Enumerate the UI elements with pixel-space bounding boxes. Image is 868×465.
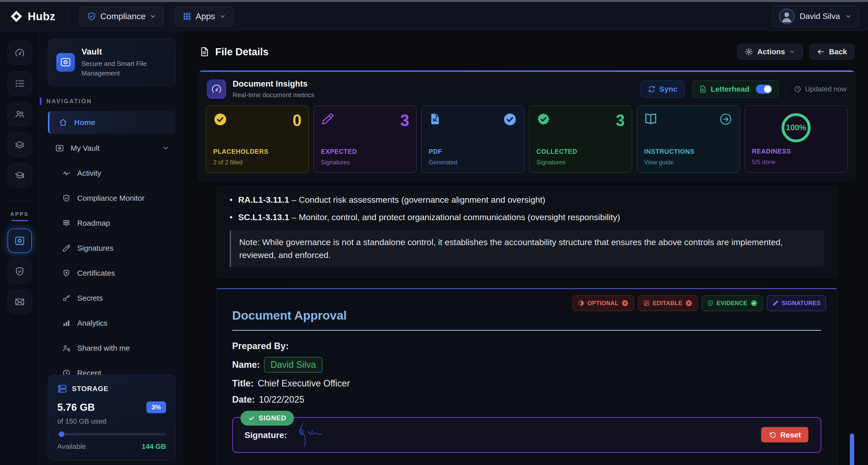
badge-optional[interactable]: OPTIONAL — [572, 295, 634, 311]
x-circle-icon — [621, 300, 628, 307]
badge-editable[interactable]: EDITABLE — [638, 295, 698, 311]
badge-label: EVIDENCE — [717, 300, 747, 307]
check-circle-icon — [503, 112, 517, 126]
reset-signature-button[interactable]: Reset — [761, 427, 809, 443]
sidebar-item-certificates[interactable]: Certificates — [48, 263, 175, 284]
sidebar-item-label: Roadmap — [77, 219, 110, 228]
rail-learning-button[interactable] — [7, 163, 32, 187]
arrow-left-icon — [817, 48, 825, 56]
icon-rail: APPS — [0, 31, 39, 465]
sync-button[interactable]: Sync — [641, 81, 685, 98]
sidebar-item-analytics[interactable]: Analytics — [48, 313, 175, 334]
hubz-logo-icon — [9, 9, 23, 23]
updated-label: Updated now — [805, 85, 846, 93]
badge-label: EDITABLE — [653, 300, 682, 307]
control-text: – Monitor, control, and protect organiza… — [289, 212, 620, 222]
sidebar-item-secrets[interactable]: Secrets — [48, 288, 175, 309]
signature-drawing — [294, 422, 337, 448]
badge-label: SIGNATURES — [782, 300, 820, 307]
actions-button[interactable]: Actions — [737, 44, 803, 60]
metric-sub: Generated — [429, 159, 517, 166]
rail-apps-underline — [11, 220, 28, 221]
x-circle-icon — [685, 300, 692, 307]
vertical-scrollbar-thumb[interactable] — [850, 433, 854, 465]
chevron-down-icon — [219, 13, 226, 20]
grid-apps-icon — [182, 12, 191, 21]
metric-card-readiness[interactable]: 100% READINESS 5/5 done — [745, 106, 847, 173]
metric-sub: Signatures — [536, 159, 625, 166]
rail-mail-button[interactable] — [7, 290, 32, 314]
sidebar: Vault Secure and Smart File Management N… — [39, 31, 183, 465]
apps-menu-button[interactable]: Apps — [175, 6, 234, 27]
sidebar-item-shared-with-me[interactable]: Shared with me — [48, 338, 175, 359]
control-text: – Conduct risk assessments (governance a… — [289, 195, 545, 204]
list-item: • RA.L1-3.11.1 – Conduct risk assessment… — [229, 193, 824, 206]
bullet-icon: • — [229, 211, 232, 224]
sidebar-item-roadmap[interactable]: Roadmap — [48, 212, 175, 234]
sidebar-item-label: My Vault — [71, 144, 99, 152]
main-content: File Details Actions Back — [183, 31, 868, 465]
name-label: Name: — [232, 359, 260, 370]
readiness-ring: 100% — [781, 112, 811, 143]
prepared-by-label: Prepared By: — [232, 341, 289, 351]
metric-card-expected[interactable]: 3 EXPECTED Signatures — [314, 106, 416, 173]
rail-dashboard-button[interactable] — [7, 41, 32, 65]
metric-card-pdf[interactable]: PDF Generated — [422, 106, 524, 173]
bar-chart-icon — [62, 319, 71, 327]
metric-card-collected[interactable]: 3 COLLECTED Signatures — [529, 106, 632, 173]
avatar — [779, 8, 795, 24]
rail-apps-label: APPS — [10, 211, 29, 217]
window-top-strip — [0, 0, 868, 2]
letterhead-toggle-button[interactable]: Letterhead — [692, 81, 778, 98]
topbar: Hubz Compliance Apps David — [0, 2, 868, 31]
rail-tasks-button[interactable] — [7, 71, 32, 96]
rail-security-button[interactable] — [7, 259, 32, 284]
sidebar-item-home[interactable]: Home — [48, 111, 175, 134]
insight-cards: 0 PLACEHOLDERS 2 of 2 filled 3 EXPECTED … — [198, 106, 855, 181]
readiness-percent: 100% — [781, 112, 811, 143]
sidebar-item-label: Signatures — [77, 244, 113, 253]
storage-available-value: 144 GB — [142, 442, 166, 451]
nav-section-accent — [40, 97, 41, 105]
document-content-card: • RA.L1-3.11.1 – Conduct risk assessment… — [216, 186, 837, 278]
pen-icon — [62, 244, 71, 253]
letterhead-switch[interactable] — [756, 85, 772, 94]
app-window: Hubz Compliance Apps David — [0, 0, 868, 465]
storage-progress-dot — [59, 431, 64, 437]
brand[interactable]: Hubz — [9, 9, 56, 23]
compliance-menu-button[interactable]: Compliance — [79, 6, 164, 27]
sidebar-item-my-vault[interactable]: My Vault — [48, 138, 175, 159]
sidebar-item-compliance-monitor[interactable]: Compliance Monitor — [48, 187, 175, 209]
badge-signatures[interactable]: SIGNATURES — [767, 295, 826, 311]
sidebar-item-activity[interactable]: Activity — [48, 163, 175, 184]
rail-vault-button[interactable] — [7, 229, 32, 253]
badge-evidence[interactable]: EVIDENCE — [702, 295, 763, 311]
app-card-title: Vault — [82, 47, 167, 57]
rail-layers-button[interactable] — [7, 133, 32, 157]
signpost-icon — [62, 219, 71, 228]
title-value: Chief Executive Officer — [258, 378, 350, 389]
check-circle-icon — [213, 112, 227, 126]
app-card-vault[interactable]: Vault Secure and Smart File Management — [48, 39, 175, 86]
list-item: • SC.L1-3.13.1 – Monitor, control, and p… — [229, 211, 824, 224]
metric-card-instructions[interactable]: INSTRUCTIONS View guide — [637, 106, 740, 173]
pdf-file-icon — [429, 112, 442, 125]
actions-label: Actions — [757, 48, 785, 56]
back-button[interactable]: Back — [809, 44, 855, 60]
user-menu-button[interactable]: David Silva — [772, 5, 859, 27]
sidebar-item-label: Analytics — [77, 319, 107, 327]
app-card-text: Vault Secure and Smart File Management — [82, 47, 167, 78]
checklist-icon — [14, 78, 25, 89]
rail-team-button[interactable] — [7, 102, 32, 126]
chevron-down-icon — [789, 49, 796, 55]
metric-value: 0 — [292, 112, 302, 128]
app-body: APPS Vault Secure and Smart File Managem… — [0, 31, 868, 465]
apps-menu-label: Apps — [195, 11, 215, 21]
metric-label: PDF — [429, 148, 517, 155]
metric-card-placeholders[interactable]: 0 PLACEHOLDERS 2 of 2 filled — [206, 106, 309, 173]
sidebar-item-signatures[interactable]: Signatures — [48, 237, 175, 259]
letterhead-label: Letterhead — [711, 85, 749, 93]
badge-label: OPTIONAL — [587, 300, 618, 307]
compliance-menu-label: Compliance — [100, 11, 146, 21]
storage-usage-note: of 150 GB used — [57, 417, 166, 425]
